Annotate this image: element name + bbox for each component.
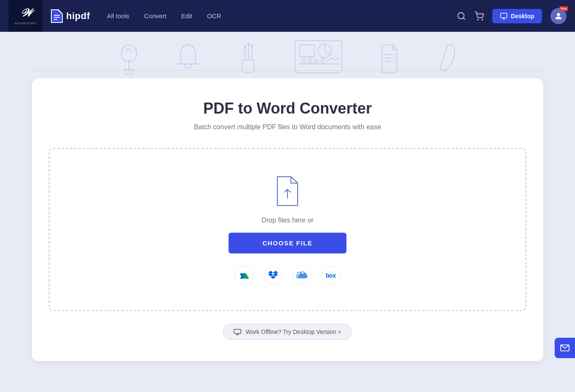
drop-text: Drop files here or [262,217,314,224]
offline-banner: Work Offline? Try Desktop Version > [49,324,526,340]
illus-document [378,43,401,76]
desktop-btn-label: Desktop [511,13,534,19]
user-avatar-wrapper[interactable]: Pro [550,8,567,24]
cart-button[interactable] [475,11,484,21]
wondershare-icon: 𝒲 [20,7,31,19]
hipdf-text: hipdf [66,11,90,22]
svg-marker-41 [268,273,273,276]
desktop-button[interactable]: Desktop [492,9,542,23]
hero-illustration [0,32,575,78]
converter-title: PDF to Word Converter [49,100,526,117]
hero-illustration-area [0,32,575,78]
dropbox-button[interactable] [264,266,282,285]
converter-subtitle: Batch convert multiple PDF files to Word… [49,123,526,131]
box-button[interactable]: box [321,266,340,285]
svg-point-3 [458,12,464,19]
svg-point-6 [482,19,483,20]
google-drive-icon [239,271,249,280]
search-icon [457,11,466,21]
svg-rect-7 [500,13,507,18]
cart-icon [475,11,484,21]
nav-edit[interactable]: Edit [181,12,192,19]
svg-marker-22 [251,45,253,48]
svg-point-10 [557,13,560,16]
svg-rect-30 [308,56,312,64]
desktop-btn-icon [500,12,508,20]
svg-rect-16 [242,60,254,72]
converter-card: PDF to Word Converter Batch convert mult… [32,78,543,361]
svg-point-11 [121,45,137,62]
nav-links: All tools Convert Edit OCR [107,12,457,19]
navbar: 𝒲 wondershare hipdf All tools Convert Ed… [0,0,575,32]
illustration-items [0,32,575,78]
desktop-small-icon [234,328,241,335]
onedrive-button[interactable] [293,266,311,285]
hipdf-logo[interactable]: hipdf [51,9,90,23]
nav-convert[interactable]: Convert [144,12,167,19]
onedrive-icon [296,271,307,280]
box-icon: box [326,272,335,279]
wondershare-label: wondershare [14,21,36,25]
feedback-button[interactable] [555,338,575,358]
svg-rect-32 [321,57,325,64]
illus-bell [174,43,202,76]
drop-zone[interactable]: Drop files here or CHOOSE FILE [49,148,526,311]
main-content: PDF to Word Converter Batch convert mult… [0,78,575,378]
offline-banner-link[interactable]: Work Offline? Try Desktop Version > [223,324,352,340]
svg-rect-31 [314,60,318,64]
email-icon [560,344,569,352]
svg-marker-42 [273,273,278,276]
search-button[interactable] [457,11,466,21]
wondershare-logo[interactable]: 𝒲 wondershare [8,0,42,32]
svg-marker-21 [248,43,249,45]
user-icon [554,11,563,21]
pro-badge: Pro [559,6,568,11]
nav-actions: Desktop Pro [457,8,567,24]
nav-all-tools[interactable]: All tools [107,12,129,19]
illus-plant [117,43,140,76]
svg-point-5 [477,19,478,20]
svg-rect-44 [234,329,241,334]
cloud-sources-row: box [235,266,340,285]
svg-marker-20 [244,46,246,49]
illus-charts [293,39,344,76]
illus-pencil-cup [236,43,259,76]
svg-marker-43 [271,275,276,279]
upload-icon-wrapper [273,174,302,208]
svg-rect-24 [299,45,314,57]
offline-text: Work Offline? Try Desktop Version > [246,328,341,335]
illustration-line [29,70,546,71]
dropbox-icon [268,271,278,280]
hipdf-icon [51,9,63,23]
svg-line-36 [440,69,446,70]
choose-file-button[interactable]: CHOOSE FILE [229,233,346,253]
google-drive-button[interactable] [235,266,254,285]
svg-rect-29 [301,59,306,64]
illus-scroll [435,43,458,76]
upload-file-icon [273,175,302,208]
nav-ocr[interactable]: OCR [207,12,221,19]
svg-line-27 [325,51,330,55]
svg-line-4 [463,18,465,19]
